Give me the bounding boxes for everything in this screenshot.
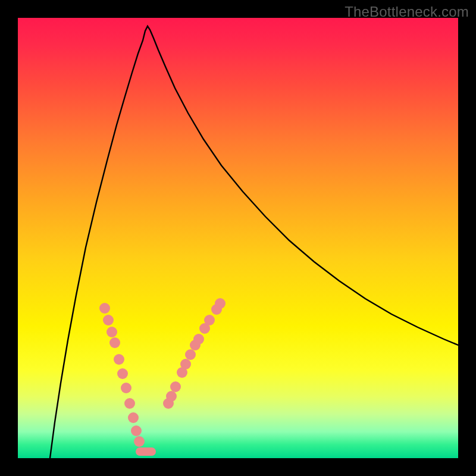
bottleneck-curve	[50, 26, 458, 458]
marker-dot	[185, 349, 196, 360]
marker-dot	[128, 412, 139, 423]
bottom-band	[136, 447, 156, 456]
marker-dot	[117, 368, 128, 379]
marker-dot	[166, 391, 177, 402]
marker-dot	[131, 425, 142, 436]
marker-dot	[215, 298, 226, 309]
marker-dot	[121, 383, 131, 393]
marker-dot	[170, 381, 181, 392]
marker-dot	[103, 315, 114, 325]
marker-dot	[114, 354, 124, 365]
marker-dot	[180, 359, 191, 369]
marker-dot	[109, 337, 120, 348]
marker-dot	[107, 327, 117, 337]
chart-frame: TheBottleneck.com	[0, 0, 476, 476]
marker-dot	[193, 334, 204, 345]
curve-svg	[18, 18, 458, 458]
marker-dot	[124, 398, 135, 409]
marker-dot	[99, 303, 110, 314]
marker-dot	[204, 315, 215, 325]
marker-dot	[134, 436, 145, 447]
plot-area	[18, 18, 458, 458]
